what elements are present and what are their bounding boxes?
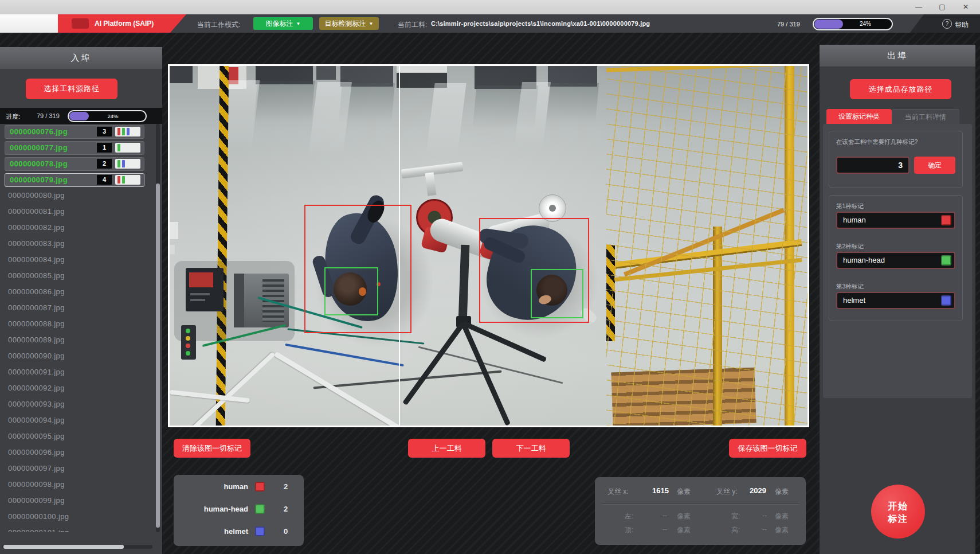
file-list-item[interactable]: 0000000095.jpg (0, 429, 162, 445)
crosshair-y-label: 叉丝 y: (716, 487, 738, 497)
photo-detail (234, 274, 244, 327)
photo-detail (186, 351, 190, 356)
file-name: 0000000076.jpg (10, 127, 68, 136)
marker-name-input[interactable]: human (836, 212, 955, 229)
progress-count: 79 / 319 (777, 21, 800, 28)
legend-row: human-head 2 (174, 499, 304, 520)
file-list-item[interactable]: 0000000087.jpg (0, 301, 162, 317)
previous-workpiece-button[interactable]: 上一工料 (408, 439, 485, 458)
select-source-path-button[interactable]: 选择工料源路径 (26, 79, 117, 99)
unit-label: 像素 (775, 512, 789, 521)
minimize-icon[interactable]: — (911, 2, 926, 13)
file-list-item[interactable]: 0000000093.jpg (0, 397, 162, 413)
output-port-title: 出埠 (820, 45, 975, 67)
select-output-path-button[interactable]: 选择成品存放路径 (850, 79, 951, 99)
confirm-button[interactable]: 确定 (914, 157, 955, 174)
file-list-item[interactable]: 0000000090.jpg (0, 349, 162, 365)
marker-group: 第2种标记 human-head (829, 236, 962, 276)
file-name: 0000000086.jpg (8, 287, 65, 296)
unit-label: 像素 (775, 525, 789, 535)
file-name: 0000000099.jpg (8, 496, 65, 505)
file-list-item[interactable]: 0000000098.jpg (0, 477, 162, 493)
marker-color-swatch[interactable] (941, 215, 951, 225)
help-button[interactable]: 帮助 (955, 20, 969, 30)
file-list-item[interactable]: 0000000094.jpg (0, 413, 162, 429)
marker-name-input[interactable]: human-head (836, 252, 955, 269)
coordinates-panel: 叉丝 x: 1615 像素 叉丝 y: 2029 像素 左: -- 像素 宽: … (595, 477, 806, 545)
file-list-item[interactable]: 0000000077.jpg 1 (0, 140, 162, 156)
marker-value: human (843, 216, 866, 224)
file-name: 0000000089.jpg (8, 335, 65, 344)
mode-object-detection-button[interactable]: 目标检测标注▼ (319, 17, 379, 30)
vertical-scrollbar[interactable] (156, 124, 160, 532)
file-color-indicator (115, 159, 140, 169)
file-name: 00000000100.jpg (8, 512, 69, 521)
marker-value: helmet (843, 296, 865, 305)
help-icon[interactable]: ? (942, 19, 952, 29)
file-list-item[interactable]: 0000000092.jpg (0, 381, 162, 397)
file-name: 0000000082.jpg (8, 223, 65, 232)
next-workpiece-button[interactable]: 下一工料 (492, 439, 570, 458)
tab-current-workpiece-detail[interactable]: 当前工料详情 (892, 109, 959, 124)
control-box (186, 268, 224, 311)
box-left-label: 左: (625, 512, 633, 521)
file-name: 0000000090.jpg (8, 352, 65, 360)
start-annotation-button[interactable]: 开始 标注 (871, 485, 925, 539)
file-name: 0000000080.jpg (8, 191, 65, 200)
file-list-item[interactable]: 0000000083.jpg (0, 236, 162, 252)
file-list-item[interactable]: 0000000088.jpg (0, 317, 162, 333)
marker-color-swatch[interactable] (941, 295, 951, 306)
welder-box (234, 274, 289, 327)
file-list-item[interactable]: 0000000080.jpg (0, 188, 162, 204)
brand-logo-icon (72, 18, 89, 29)
file-list-item[interactable]: 0000000078.jpg 2 (0, 156, 162, 172)
file-name: 0000000097.jpg (8, 464, 65, 473)
file-name: 0000000095.jpg (8, 432, 65, 440)
file-list-item[interactable]: 0000000085.jpg (0, 268, 162, 284)
mode-image-annotation-button[interactable]: 图像标注▼ (253, 17, 313, 30)
marker-count-input[interactable]: 3 (836, 157, 910, 174)
marker-label: 第2种标记 (836, 243, 864, 251)
file-count-badge: 1 (97, 143, 112, 153)
horizontal-scrollbar[interactable] (2, 545, 152, 549)
file-list-item[interactable]: 0000000096.jpg (0, 445, 162, 461)
save-annotations-button[interactable]: 保存该图一切标记 (729, 439, 806, 458)
start-annotation-line1: 开始 (871, 500, 925, 513)
file-list-item[interactable]: 0000000089.jpg (0, 333, 162, 349)
close-icon[interactable]: ✕ (958, 2, 973, 13)
workpiece-photo[interactable] (170, 66, 807, 426)
tab-set-marker-types[interactable]: 设置标记种类 (826, 109, 892, 124)
legend-label: human-head (204, 505, 248, 513)
progress-percent: 24% (826, 21, 904, 27)
marker-name-input[interactable]: helmet (836, 292, 955, 309)
current-file-path: C:\simmir-projects\saip\projects\s1\inco… (431, 20, 650, 27)
file-list-item[interactable]: 0000000091.jpg (0, 365, 162, 381)
photo-detail (170, 222, 178, 239)
file-list-item[interactable]: 0000000097.jpg (0, 461, 162, 477)
annotation-box-human-head[interactable] (531, 269, 583, 318)
maximize-icon[interactable]: ▢ (935, 2, 950, 13)
file-count-badge: 2 (97, 159, 112, 169)
file-list-item[interactable]: 0000000099.jpg (0, 493, 162, 509)
annotation-box-human-head[interactable] (324, 267, 378, 315)
marker-color-swatch[interactable] (941, 255, 951, 266)
file-list-item[interactable]: 0000000076.jpg 3 (0, 124, 162, 140)
scrollbar-thumb[interactable] (3, 545, 124, 549)
file-name: 0000000098.jpg (8, 480, 65, 489)
clear-annotations-button[interactable]: 清除该图一切标记 (174, 439, 250, 458)
file-name: 0000000093.jpg (8, 400, 65, 408)
box-width-value: -- (762, 512, 767, 520)
file-list-item[interactable]: 0000000082.jpg (0, 220, 162, 236)
file-list-item[interactable]: 0000000084.jpg (0, 252, 162, 268)
scrollbar-thumb[interactable] (156, 184, 160, 528)
file-list-item[interactable]: 00000000100.jpg (0, 509, 162, 525)
file-list-item[interactable]: 00000000101.jpg (0, 525, 162, 532)
file-list-item[interactable]: 0000000079.jpg 4 (0, 172, 162, 188)
file-count-badge: 4 (97, 175, 112, 185)
brand-banner: AI Platform (SAIP) (58, 14, 186, 33)
file-list-item[interactable]: 0000000086.jpg (0, 284, 162, 301)
file-list-item[interactable]: 0000000081.jpg (0, 204, 162, 220)
legend-color-swatch (255, 504, 265, 514)
image-canvas-frame (168, 64, 809, 427)
legend-count: 2 (284, 482, 288, 491)
